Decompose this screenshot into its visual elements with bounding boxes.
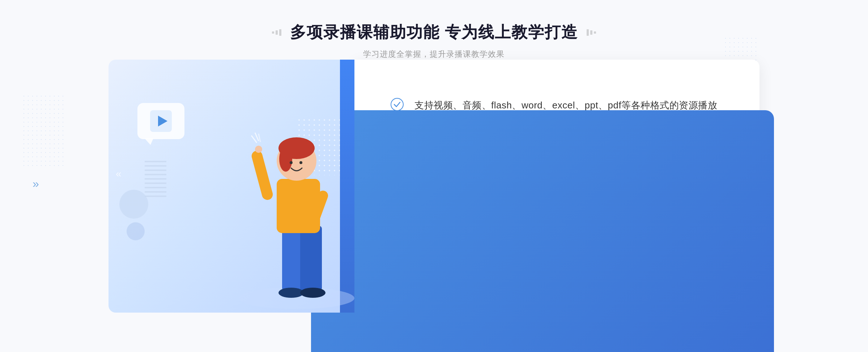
person-illustration: [224, 96, 354, 313]
title-decorator-left: [272, 29, 281, 36]
svg-point-13: [290, 161, 293, 164]
stripe-decoration: [145, 161, 166, 197]
check-icon-1: [391, 98, 404, 111]
small-circle-1: [119, 190, 148, 219]
left-image-section: «: [109, 60, 354, 313]
svg-point-15: [255, 146, 262, 153]
arrow-decoration-left: »: [33, 177, 39, 190]
svg-rect-4: [300, 226, 322, 291]
title-row: 多项录播课辅助功能 专为线上教学打造: [272, 22, 596, 43]
main-title: 多项录播课辅助功能 专为线上教学打造: [290, 22, 578, 43]
svg-line-17: [255, 133, 259, 141]
small-circle-2: [127, 222, 145, 240]
svg-point-19: [391, 98, 403, 111]
inner-arrow-decorators: «: [116, 168, 122, 180]
inner-arrow-shape: «: [116, 168, 122, 180]
page-container: » 多项录播课辅助功能 专为线上教学打造 学习进度全掌握，提升录播课教学效果: [0, 0, 868, 352]
content-area-wrapper: «: [109, 60, 760, 313]
blue-bg-card: [311, 110, 774, 352]
svg-line-16: [251, 136, 257, 143]
dots-decoration-left: [22, 94, 65, 166]
play-icon: [150, 110, 172, 132]
header-section: 多项录播课辅助功能 专为线上教学打造 学习进度全掌握，提升录播课教学效果: [272, 22, 596, 60]
svg-point-14: [299, 161, 302, 164]
play-bubble: [137, 103, 184, 139]
svg-point-12: [279, 146, 292, 172]
svg-point-6: [300, 288, 326, 298]
svg-point-5: [278, 288, 304, 298]
svg-rect-8: [250, 150, 274, 201]
sub-title: 学习进度全掌握，提升录播课教学效果: [272, 49, 596, 60]
title-decorator-right: [587, 29, 596, 36]
